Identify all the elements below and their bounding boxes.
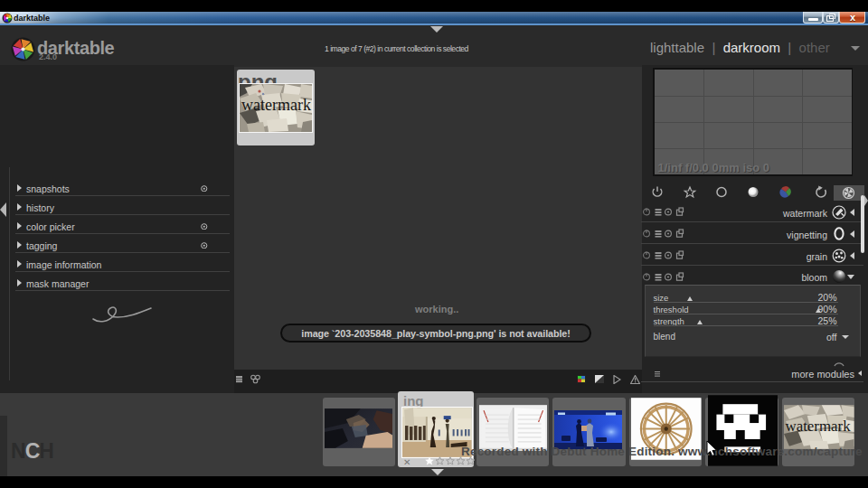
svg-text:watermark: watermark xyxy=(785,418,851,435)
svg-text:watermark: watermark xyxy=(241,96,311,114)
